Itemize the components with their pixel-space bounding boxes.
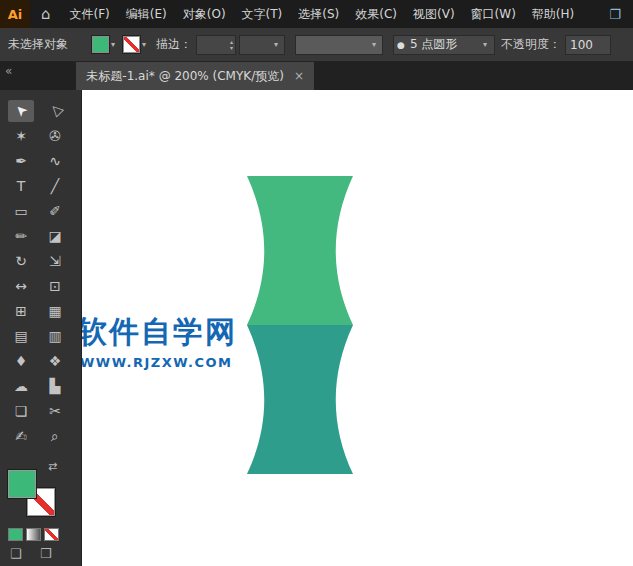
shaper-icon: ✏ — [15, 228, 27, 244]
watermark-title: 软件自学网 — [82, 312, 237, 353]
variable-width-profile-dropdown[interactable]: ▾ — [295, 35, 383, 55]
document-tab[interactable]: 未标题-1.ai* @ 200% (CMYK/预览) × — [76, 62, 314, 90]
free-transform-tool[interactable]: ⊡ — [42, 275, 68, 297]
eyedropper-tool[interactable]: ♦ — [8, 350, 34, 372]
line-segment-tool[interactable]: ╱ — [42, 175, 68, 197]
mesh-icon: ▤ — [14, 328, 27, 344]
collapse-panel-icon[interactable]: « — [0, 62, 18, 90]
swap-fill-stroke-icon[interactable]: ⇄ — [48, 460, 57, 473]
canvas[interactable]: 软件自学网 WWW.RJZXW.COM — [82, 90, 633, 566]
drawing-mode-icon[interactable]: ❑ — [10, 546, 22, 561]
stroke-color-swatch[interactable] — [123, 36, 140, 53]
lasso-tool[interactable]: ✇ — [42, 125, 68, 147]
curvature-tool[interactable]: ∿ — [42, 150, 68, 172]
menu-items: 文件(F)编辑(E)对象(O)文字(T)选择(S)效果(C)视图(V)窗口(W)… — [62, 0, 583, 28]
watermark-url: WWW.RJZXW.COM — [82, 355, 237, 370]
menu-item[interactable]: 帮助(H) — [524, 0, 582, 28]
none-button[interactable] — [44, 528, 59, 541]
shape-top[interactable] — [247, 176, 353, 325]
shape-bottom[interactable] — [247, 325, 353, 474]
artboard-tool[interactable]: ❏ — [8, 400, 34, 422]
selection-tool[interactable]: ➤ — [8, 100, 34, 122]
menu-item[interactable]: 选择(S) — [290, 0, 347, 28]
curvature-icon: ∿ — [49, 153, 61, 169]
toolbar-fill-swatch[interactable] — [8, 470, 36, 498]
menu-item[interactable]: 视图(V) — [405, 0, 463, 28]
eraser-icon: ◪ — [48, 228, 61, 244]
gradient-tool[interactable]: ▥ — [42, 325, 68, 347]
selection-status: 未选择对象 — [8, 36, 88, 53]
home-icon[interactable]: ⌂ — [30, 5, 62, 23]
mesh-tool[interactable]: ▤ — [8, 325, 34, 347]
zoom-tool[interactable]: ⌕ — [42, 425, 68, 447]
zoom-icon: ⌕ — [51, 428, 59, 445]
free-transform-icon: ⊡ — [49, 278, 61, 294]
shaper-tool[interactable]: ✏ — [8, 225, 34, 247]
fill-chevron-down-icon[interactable]: ▾ — [111, 40, 115, 49]
width-icon: ↔ — [15, 278, 27, 294]
close-tab-icon[interactable]: × — [294, 69, 304, 83]
type-icon: T — [17, 178, 26, 194]
illustrator-window: Ai ⌂ 文件(F)编辑(E)对象(O)文字(T)选择(S)效果(C)视图(V)… — [0, 0, 633, 566]
menu-item[interactable]: 窗口(W) — [463, 0, 524, 28]
slice-icon: ✂ — [49, 403, 61, 419]
menu-item[interactable]: 对象(O) — [175, 0, 234, 28]
column-graph-tool[interactable]: ▙ — [42, 375, 68, 397]
scale-icon: ⇲ — [49, 253, 61, 269]
hand-tool[interactable]: ✍ — [8, 425, 34, 447]
workspace-switcher-icon[interactable]: ❐ — [597, 7, 633, 22]
blend-icon: ❖ — [49, 353, 62, 369]
width-tool[interactable]: ↔ — [8, 275, 34, 297]
chevron-down-icon: ▾ — [274, 40, 278, 49]
chevron-down-icon: ▾ — [483, 40, 487, 49]
menu-item[interactable]: 文字(T) — [234, 0, 291, 28]
brush-thumbnail-icon: ● — [397, 40, 405, 50]
document-tab-bar: « 未标题-1.ai* @ 200% (CMYK/预览) × — [0, 62, 633, 90]
lasso-icon: ✇ — [49, 128, 61, 144]
tools-panel: ⇄ ❑ ❒ ➤▷✶✇✒∿T╱▭✐✏◪↻⇲↔⊡⊞▦▤▥♦❖☁▙❏✂✍⌕ — [0, 90, 82, 566]
magic-wand-icon: ✶ — [15, 128, 27, 144]
opacity-input[interactable]: 100 — [565, 35, 611, 55]
hand-icon: ✍ — [15, 428, 27, 444]
stroke-weight-stepper[interactable]: ▴ ▾ — [230, 39, 233, 51]
gradient-button[interactable] — [26, 528, 41, 541]
magic-wand-tool[interactable]: ✶ — [8, 125, 34, 147]
watermark: 软件自学网 WWW.RJZXW.COM — [82, 312, 237, 370]
perspective-grid-icon: ▦ — [48, 303, 61, 319]
menu-item[interactable]: 编辑(E) — [118, 0, 175, 28]
menu-item[interactable]: 效果(C) — [347, 0, 405, 28]
shape-builder-icon: ⊞ — [15, 303, 27, 319]
slice-tool[interactable]: ✂ — [42, 400, 68, 422]
brush-definition-dropdown[interactable]: ● 5 点圆形 ▾ — [393, 35, 495, 55]
stroke-label: 描边： — [156, 36, 192, 53]
symbol-sprayer-tool[interactable]: ☁ — [8, 375, 34, 397]
selection-icon: ➤ — [11, 101, 31, 121]
menu-item[interactable]: 文件(F) — [62, 0, 118, 28]
paintbrush-tool[interactable]: ✐ — [42, 200, 68, 222]
color-button[interactable] — [8, 528, 23, 541]
stroke-weight-input[interactable]: ▴ ▾ — [196, 35, 236, 55]
rotate-tool[interactable]: ↻ — [8, 250, 34, 272]
control-bar: 未选择对象 ▾ ▾ 描边： ▴ ▾ ▾ ▾ ● 5 点圆形 ▾ 不透明度： — [0, 28, 633, 62]
screen-mode-icon[interactable]: ❒ — [40, 546, 52, 561]
menu-bar: Ai ⌂ 文件(F)编辑(E)对象(O)文字(T)选择(S)效果(C)视图(V)… — [0, 0, 633, 28]
eraser-tool[interactable]: ◪ — [42, 225, 68, 247]
stroke-profile-dropdown[interactable]: ▾ — [239, 35, 285, 55]
direct-selection-tool[interactable]: ▷ — [42, 100, 68, 122]
fill-color-swatch[interactable] — [92, 36, 109, 53]
document-tab-title: 未标题-1.ai* @ 200% (CMYK/预览) — [86, 68, 284, 85]
stroke-chevron-down-icon[interactable]: ▾ — [142, 40, 146, 49]
shape-builder-tool[interactable]: ⊞ — [8, 300, 34, 322]
pen-tool[interactable]: ✒ — [8, 150, 34, 172]
line-segment-icon: ╱ — [51, 178, 59, 194]
symbol-sprayer-icon: ☁ — [14, 378, 28, 394]
scale-tool[interactable]: ⇲ — [42, 250, 68, 272]
gradient-icon: ▥ — [48, 328, 61, 344]
column-graph-icon: ▙ — [50, 378, 61, 394]
blend-tool[interactable]: ❖ — [42, 350, 68, 372]
perspective-grid-tool[interactable]: ▦ — [42, 300, 68, 322]
type-tool[interactable]: T — [8, 175, 34, 197]
pen-icon: ✒ — [15, 153, 27, 169]
stepper-down-icon[interactable]: ▾ — [230, 45, 233, 51]
rectangle-tool[interactable]: ▭ — [8, 200, 34, 222]
